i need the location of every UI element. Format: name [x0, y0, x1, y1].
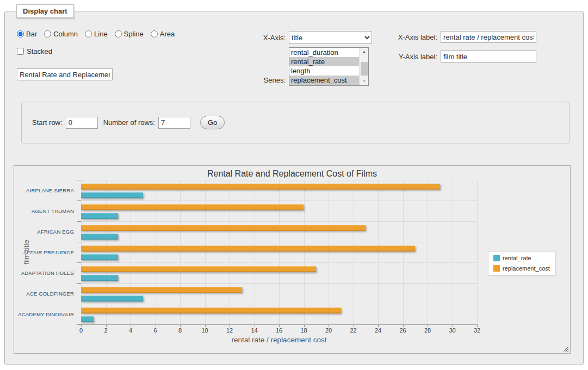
- bar-replacement_cost: [81, 308, 341, 313]
- chart-area: Rental Rate and Replacement Cost of Film…: [14, 165, 571, 354]
- radio-input-column[interactable]: [44, 30, 51, 37]
- x-tick-label: 18: [293, 327, 315, 334]
- gridline-vertical: [180, 180, 181, 324]
- bar-rental_rate: [81, 275, 118, 281]
- x-tick-label: 30: [442, 327, 463, 334]
- radio-option-bar[interactable]: Bar: [17, 30, 37, 38]
- category-label: AGENT TRUMAN: [14, 200, 78, 221]
- start-row-input[interactable]: [66, 117, 98, 129]
- bar-replacement_cost: [81, 246, 415, 252]
- gridline-vertical: [453, 180, 453, 324]
- resize-handle-icon[interactable]: [562, 346, 568, 352]
- x-tick-label: 12: [219, 327, 240, 334]
- x-tick-label: 8: [169, 327, 191, 334]
- series-field-row: Series: rental_durationrental_ratelength…: [258, 47, 369, 86]
- category-label: AFFAIR PREJUDICE: [14, 242, 78, 262]
- x-axis-select-label: X-Axis:: [258, 34, 286, 42]
- bar-replacement_cost: [81, 184, 440, 190]
- num-rows-input[interactable]: [158, 117, 190, 129]
- gridline-vertical: [106, 180, 107, 324]
- bar-rental_rate: [81, 234, 118, 240]
- radio-label: Area: [160, 30, 175, 38]
- gridline-horizontal: [81, 180, 477, 180]
- gridline-vertical: [354, 180, 354, 324]
- x-tick-label: 26: [392, 327, 414, 334]
- x-axis-label-label: X-Axis label:: [396, 33, 437, 41]
- display-chart-panel: Display chart BarColumnLineSplineArea St…: [4, 11, 584, 365]
- gridline-vertical: [205, 180, 206, 324]
- scrollbar-thumb[interactable]: [361, 62, 368, 76]
- radio-label: Spline: [124, 30, 144, 38]
- x-tick-label: 4: [120, 327, 141, 334]
- radio-input-spline[interactable]: [115, 30, 122, 37]
- stacked-checkbox-row[interactable]: Stacked: [17, 47, 52, 55]
- x-tick-label: 16: [268, 327, 290, 334]
- bar-replacement_cost: [81, 287, 242, 293]
- bar-replacement_cost: [81, 266, 316, 272]
- gridline-vertical: [378, 180, 379, 324]
- category-label: ACE GOLDFINGER: [14, 283, 78, 304]
- scroll-down-icon[interactable]: ▼: [360, 77, 369, 85]
- x-tick-label: 2: [95, 327, 117, 334]
- category-label: ADAPTATION HOLES: [14, 262, 78, 283]
- scroll-up-icon[interactable]: ▲: [360, 48, 369, 56]
- series-listbox[interactable]: rental_durationrental_ratelengthreplacem…: [289, 47, 369, 86]
- category-label: AIRPLANE SIERRA: [14, 180, 78, 200]
- series-option-length[interactable]: length: [289, 66, 359, 76]
- radio-option-column[interactable]: Column: [44, 30, 78, 38]
- gridline-horizontal: [81, 200, 477, 201]
- legend-swatch-icon: [493, 255, 500, 261]
- gridline-horizontal: [81, 283, 477, 284]
- series-option-replacement_cost[interactable]: replacement_cost: [289, 76, 359, 85]
- start-row-label: Start row:: [32, 118, 63, 127]
- radio-input-line[interactable]: [85, 30, 92, 37]
- gridline-vertical: [81, 180, 82, 324]
- stacked-label: Stacked: [27, 47, 52, 55]
- bar-replacement_cost: [81, 225, 366, 231]
- gridline-horizontal: [81, 262, 477, 263]
- bar-rental_rate: [81, 316, 94, 322]
- x-tick-label: 24: [367, 327, 389, 334]
- radio-input-bar[interactable]: [17, 30, 24, 37]
- series-options: rental_durationrental_ratelengthreplacem…: [289, 48, 359, 85]
- y-tick-mark: [77, 221, 81, 222]
- radio-label: Line: [94, 30, 108, 38]
- y-tick-mark: [77, 304, 81, 304]
- gridline-vertical: [403, 180, 404, 324]
- x-tick-label: 22: [343, 327, 364, 334]
- series-option-rental_rate[interactable]: rental_rate: [289, 57, 359, 66]
- series-scrollbar[interactable]: ▲ ▼: [359, 48, 368, 85]
- x-tick-label: 10: [194, 327, 216, 334]
- legend-label: rental_rate: [503, 255, 531, 261]
- gridline-vertical: [428, 180, 428, 324]
- chart-title-input[interactable]: [17, 68, 113, 80]
- chart-legend: rental_ratereplacement_cost: [488, 251, 555, 275]
- row-controls-box: Start row: Number of rows: Go: [21, 102, 570, 143]
- stacked-checkbox[interactable]: [17, 48, 24, 55]
- legend-item-rental_rate[interactable]: rental_rate: [493, 255, 550, 261]
- category-label: ACADEMY DINOSAUR: [14, 304, 78, 324]
- bar-rental_rate: [81, 254, 118, 260]
- x-axis-label-row: X-Axis label:: [396, 31, 536, 43]
- radio-option-spline[interactable]: Spline: [115, 30, 144, 38]
- num-rows-label: Number of rows:: [103, 118, 155, 127]
- y-axis-label-input[interactable]: [441, 51, 536, 62]
- gridline-vertical: [230, 180, 230, 324]
- x-tick-label: 20: [318, 327, 339, 334]
- gridline-vertical: [131, 180, 131, 324]
- chart-x-axis-title: rental rate / replacement cost: [81, 336, 477, 344]
- radio-input-area[interactable]: [151, 30, 158, 37]
- chart-title: Rental Rate and Replacement Cost of Film…: [14, 169, 570, 179]
- go-button[interactable]: Go: [200, 116, 225, 129]
- x-tick-label: 0: [70, 327, 92, 334]
- radio-option-area[interactable]: Area: [151, 30, 175, 38]
- series-option-rental_duration[interactable]: rental_duration: [289, 48, 359, 57]
- series-select-label: Series:: [258, 76, 286, 84]
- x-tick-label: 6: [145, 327, 166, 334]
- x-axis-label-input[interactable]: [441, 31, 536, 43]
- x-axis-select[interactable]: title: [289, 31, 372, 44]
- gridline-vertical: [279, 180, 280, 324]
- gridline-vertical: [304, 180, 305, 324]
- legend-item-replacement_cost[interactable]: replacement_cost: [493, 265, 550, 272]
- radio-option-line[interactable]: Line: [85, 30, 108, 38]
